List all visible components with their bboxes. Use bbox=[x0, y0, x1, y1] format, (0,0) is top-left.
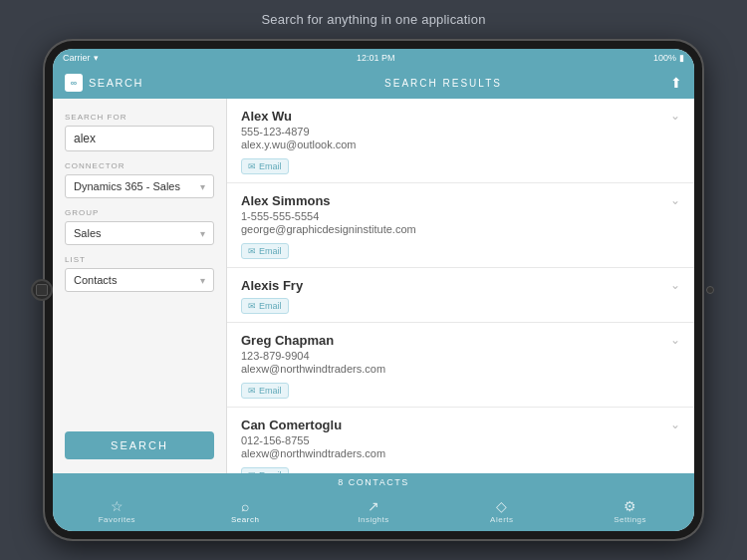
contact-email-address: george@graphicdesigninstitute.com bbox=[241, 223, 416, 235]
share-icon[interactable]: ⬆ bbox=[670, 75, 682, 91]
nav-item-settings[interactable]: ⚙ Settings bbox=[566, 491, 694, 531]
contact-item[interactable]: Alexis Fry ✉ Email ⌄ bbox=[227, 268, 694, 323]
app-header-left: ∞ SEARCH bbox=[65, 74, 264, 92]
nav-favorites-icon: ☆ bbox=[111, 498, 124, 514]
contact-phone: 012-156-8755 bbox=[241, 434, 385, 446]
camera-dot bbox=[706, 286, 714, 294]
connector-value: Dynamics 365 - Sales bbox=[74, 180, 180, 192]
connector-chevron-icon: ▾ bbox=[200, 181, 205, 192]
nav-insights-label: Insights bbox=[358, 515, 389, 524]
search-for-group: SEARCH FOR bbox=[65, 113, 214, 151]
nav-insights-icon: ↗ bbox=[368, 498, 379, 514]
search-button[interactable]: SEARCH bbox=[65, 431, 214, 459]
group-label: GROUP bbox=[65, 208, 214, 217]
contact-expand-icon: ⌄ bbox=[670, 109, 680, 123]
tablet-frame: Carrier ▾ 12:01 PM 100% ▮ ∞ SEARCH SEARC… bbox=[45, 41, 702, 539]
email-badge-label: Email bbox=[259, 386, 282, 396]
page-title: Search for anything in one application bbox=[0, 12, 747, 27]
search-for-label: SEARCH FOR bbox=[65, 113, 214, 122]
status-bar-left: Carrier ▾ bbox=[63, 53, 99, 63]
status-bar-right: 100% ▮ bbox=[653, 53, 684, 63]
battery-label: 100% bbox=[653, 53, 676, 63]
contact-name: Alex Wu bbox=[241, 109, 357, 124]
email-icon: ✉ bbox=[248, 246, 256, 256]
results-count: 8 CONTACTS bbox=[338, 477, 408, 487]
contact-item[interactable]: Can Comertoglu 012-156-8755 alexw@northw… bbox=[227, 408, 694, 473]
email-badge[interactable]: ✉ Email bbox=[241, 383, 289, 399]
group-value: Sales bbox=[74, 227, 102, 239]
connector-label: CONNECTOR bbox=[65, 161, 214, 170]
contact-expand-icon: ⌄ bbox=[670, 333, 680, 347]
nav-item-favorites[interactable]: ☆ Favorites bbox=[53, 491, 181, 531]
main-content: SEARCH FOR CONNECTOR Dynamics 365 - Sale… bbox=[53, 99, 694, 473]
contact-name: Alex Simmons bbox=[241, 193, 416, 208]
contact-expand-icon: ⌄ bbox=[670, 278, 680, 292]
app-header: ∞ SEARCH SEARCH RESULTS ⬆ bbox=[53, 67, 694, 99]
nav-item-insights[interactable]: ↗ Insights bbox=[310, 491, 438, 531]
email-badge[interactable]: ✉ Email bbox=[241, 158, 289, 174]
email-icon: ✉ bbox=[248, 301, 256, 311]
carrier-label: Carrier bbox=[63, 53, 91, 63]
contact-name: Greg Chapman bbox=[241, 333, 385, 348]
nav-search-icon: ⌕ bbox=[241, 498, 249, 514]
contact-item[interactable]: Alex Wu 555-123-4879 alex.y.wu@outlook.c… bbox=[227, 99, 694, 183]
contact-email-address: alexw@northwindtraders.com bbox=[241, 363, 385, 375]
list-value: Contacts bbox=[74, 274, 117, 286]
tablet-screen: Carrier ▾ 12:01 PM 100% ▮ ∞ SEARCH SEARC… bbox=[53, 49, 694, 531]
bottom-nav: ☆ Favorites ⌕ Search ↗ Insights ◇ Alerts… bbox=[53, 491, 694, 531]
list-chevron-icon: ▾ bbox=[200, 275, 205, 286]
email-badge[interactable]: ✉ Email bbox=[241, 243, 289, 259]
email-icon: ✉ bbox=[248, 386, 256, 396]
home-button[interactable] bbox=[31, 279, 53, 301]
list-group: LIST Contacts ▾ bbox=[65, 255, 214, 292]
nav-item-search[interactable]: ⌕ Search bbox=[181, 491, 310, 531]
nav-favorites-label: Favorites bbox=[99, 515, 135, 524]
connector-group: CONNECTOR Dynamics 365 - Sales ▾ bbox=[65, 161, 214, 198]
contact-header: Can Comertoglu 012-156-8755 alexw@northw… bbox=[241, 418, 680, 473]
left-panel: SEARCH FOR CONNECTOR Dynamics 365 - Sale… bbox=[53, 99, 227, 473]
connector-select[interactable]: Dynamics 365 - Sales ▾ bbox=[65, 174, 214, 198]
contact-phone: 555-123-4879 bbox=[241, 126, 357, 138]
battery-icon: ▮ bbox=[679, 53, 684, 63]
contact-phone: 1-555-555-5554 bbox=[241, 210, 416, 222]
email-badge[interactable]: ✉ Email bbox=[241, 298, 289, 314]
email-icon: ✉ bbox=[248, 161, 256, 171]
nav-alerts-label: Alerts bbox=[490, 515, 513, 524]
email-badge-label: Email bbox=[259, 161, 282, 171]
app-logo: ∞ bbox=[65, 74, 83, 92]
nav-settings-icon: ⚙ bbox=[623, 498, 636, 514]
wifi-icon: ▾ bbox=[94, 53, 99, 63]
contact-header: Alex Simmons 1-555-555-5554 george@graph… bbox=[241, 193, 680, 259]
app-results-label: SEARCH RESULTS bbox=[264, 78, 622, 89]
contact-expand-icon: ⌄ bbox=[670, 418, 680, 431]
email-badge-label: Email bbox=[259, 301, 282, 311]
list-select[interactable]: Contacts ▾ bbox=[65, 268, 214, 292]
contact-phone: 123-879-9904 bbox=[241, 350, 385, 362]
nav-alerts-icon: ◇ bbox=[496, 498, 507, 514]
contact-email-address: alex.y.wu@outlook.com bbox=[241, 139, 357, 150]
contact-header: Greg Chapman 123-879-9904 alexw@northwin… bbox=[241, 333, 680, 399]
contact-header: Alexis Fry ✉ Email ⌄ bbox=[241, 278, 680, 314]
contact-header: Alex Wu 555-123-4879 alex.y.wu@outlook.c… bbox=[241, 109, 680, 174]
status-bar-time: 12:01 PM bbox=[357, 53, 395, 63]
status-bar: Carrier ▾ 12:01 PM 100% ▮ bbox=[53, 49, 694, 67]
contact-item[interactable]: Greg Chapman 123-879-9904 alexw@northwin… bbox=[227, 323, 694, 408]
contact-name: Can Comertoglu bbox=[241, 418, 385, 432]
group-group: GROUP Sales ▾ bbox=[65, 208, 214, 245]
contact-name: Alexis Fry bbox=[241, 278, 303, 293]
group-chevron-icon: ▾ bbox=[200, 228, 205, 239]
app-search-label: SEARCH bbox=[89, 77, 143, 89]
nav-item-alerts[interactable]: ◇ Alerts bbox=[437, 491, 566, 531]
nav-search-label: Search bbox=[231, 515, 259, 524]
list-label: LIST bbox=[65, 255, 214, 264]
nav-settings-label: Settings bbox=[614, 515, 646, 524]
group-select[interactable]: Sales ▾ bbox=[65, 221, 214, 245]
contact-expand-icon: ⌄ bbox=[670, 193, 680, 207]
search-input[interactable] bbox=[65, 126, 214, 151]
results-bar: 8 CONTACTS bbox=[53, 473, 694, 491]
email-badge-label: Email bbox=[259, 246, 282, 256]
app-header-right: ⬆ bbox=[622, 75, 682, 91]
contact-item[interactable]: Alex Simmons 1-555-555-5554 george@graph… bbox=[227, 183, 694, 268]
right-panel[interactable]: Alex Wu 555-123-4879 alex.y.wu@outlook.c… bbox=[227, 99, 694, 473]
contact-email-address: alexw@northwindtraders.com bbox=[241, 447, 385, 459]
